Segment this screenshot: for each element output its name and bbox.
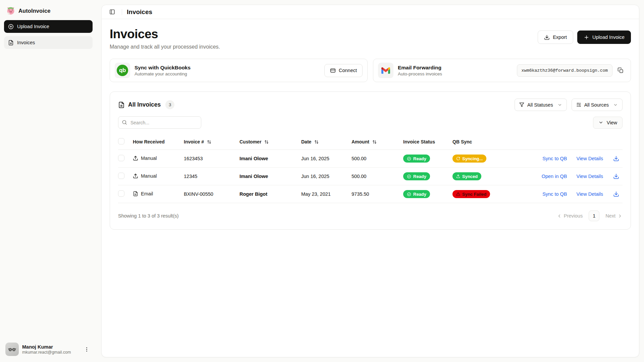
email-forwarding-card: Email Forwarding Auto-process invoices x… <box>373 59 631 82</box>
status-filter-select[interactable]: All Statuses <box>515 99 567 111</box>
table-row: Email BXINV-00550 Roger Bigot May 23, 20… <box>118 185 623 203</box>
view-label: View <box>607 120 617 125</box>
search-input[interactable] <box>118 116 201 129</box>
status-filter-value: All Statuses <box>527 102 553 108</box>
select-all-header <box>118 134 133 150</box>
sliders-icon <box>576 102 581 107</box>
user-name: Manoj Kumar <box>22 344 78 350</box>
upload-icon <box>133 156 138 161</box>
chevron-left-icon <box>557 214 562 219</box>
panel-title: All Invoices <box>128 101 161 108</box>
upload-invoice-button[interactable]: Upload Invoice <box>577 31 631 44</box>
download-invoice-button[interactable] <box>612 155 620 162</box>
customer-cell: Roger Bigot <box>239 185 301 203</box>
page-number-button[interactable]: 1 <box>589 210 599 221</box>
sort-icon <box>314 140 319 144</box>
sync-to-qb-link[interactable]: Sync to QB <box>542 191 567 197</box>
download-icon <box>613 156 619 162</box>
how-received-cell: Email <box>133 191 153 196</box>
alert-triangle-icon <box>456 192 460 196</box>
check-circle-icon <box>407 174 411 179</box>
table-row: Manual 1623453 Imani Olowe Jun 16, 2025 … <box>118 150 623 168</box>
column-customer[interactable]: Customer <box>239 134 301 150</box>
divider <box>122 9 122 15</box>
sort-icon <box>207 140 211 144</box>
open-in-qb-link[interactable]: Open in QB <box>542 174 567 179</box>
upload-icon <box>133 173 138 179</box>
amount-cell: 500.00 <box>352 168 403 185</box>
invoice-count-badge: 3 <box>165 100 174 109</box>
row-checkbox[interactable] <box>118 190 124 197</box>
glasses-icon <box>8 345 16 354</box>
previous-page-button[interactable]: Previous <box>557 213 583 219</box>
sidebar-toggle-button[interactable] <box>107 7 117 17</box>
vertical-dots-icon <box>84 347 90 352</box>
search-icon <box>122 120 127 125</box>
pagination: Previous 1 Next <box>557 210 623 221</box>
status-badge: Ready <box>403 155 430 163</box>
view-details-link[interactable]: View Details <box>576 174 603 179</box>
view-options-button[interactable]: View <box>593 117 623 129</box>
column-date[interactable]: Date <box>301 134 352 150</box>
sort-icon <box>372 140 377 144</box>
app-brand: AutoInvoice <box>4 3 93 20</box>
view-details-link[interactable]: View Details <box>576 191 603 197</box>
sidebar-item-invoices[interactable]: Invoices <box>4 36 93 49</box>
source-filter-select[interactable]: All Sources <box>572 99 623 111</box>
download-icon <box>613 191 619 197</box>
export-button[interactable]: Export <box>538 31 573 44</box>
email-forwarding-subtitle: Auto-process invoices <box>398 71 517 76</box>
check-circle-icon <box>407 157 411 161</box>
date-cell: Jun 16, 2025 <box>301 168 352 185</box>
view-details-link[interactable]: View Details <box>576 156 603 161</box>
app-name: AutoInvoice <box>18 8 51 14</box>
date-cell: Jun 16, 2025 <box>301 150 352 168</box>
qb-sync-badge: Syncing... <box>452 155 486 163</box>
export-label: Export <box>553 35 567 40</box>
amount-cell: 500.00 <box>352 150 403 168</box>
file-text-icon <box>133 191 138 196</box>
check-circle-icon <box>407 192 411 196</box>
forwarding-address: xwm6kazthz36@forward.boopsign.com <box>517 64 612 77</box>
chevron-right-icon <box>618 214 623 219</box>
panel-left-icon <box>109 9 115 15</box>
sidebar-item-upload-invoice[interactable]: Upload Invoice <box>4 20 93 33</box>
refresh-icon <box>456 157 460 161</box>
copy-address-button[interactable] <box>615 65 626 76</box>
column-actions <box>539 134 623 150</box>
credit-card-icon <box>330 68 336 73</box>
row-checkbox[interactable] <box>118 173 124 179</box>
column-amount[interactable]: Amount <box>352 134 403 150</box>
sync-to-qb-link[interactable]: Sync to QB <box>542 156 567 161</box>
user-card[interactable]: Manoj Kumar mkumar.react@gmail.com <box>4 341 93 358</box>
main-content: Invoices Invoices Manage and track all y… <box>101 5 639 357</box>
invoices-table: How Received Invoice # Customer Date Amo… <box>118 134 623 203</box>
connect-label: Connect <box>339 68 357 73</box>
qb-sync-badge: Synced <box>452 172 481 180</box>
plus-icon <box>584 35 589 40</box>
sort-icon <box>264 140 269 144</box>
how-received-cell: Manual <box>133 173 157 179</box>
email-forwarding-title: Email Forwarding <box>398 65 517 71</box>
page-title: Invoices <box>110 27 220 41</box>
sidebar-item-label: Upload Invoice <box>17 24 49 29</box>
user-menu-button[interactable] <box>82 345 91 354</box>
select-all-checkbox[interactable] <box>118 138 124 144</box>
gmail-logo-tile <box>378 63 393 78</box>
upload-invoice-label: Upload Invoice <box>592 35 625 40</box>
plus-circle-icon <box>8 24 14 29</box>
copy-icon <box>618 67 624 73</box>
connect-button[interactable]: Connect <box>324 64 363 77</box>
quickbooks-subtitle: Automate your accounting <box>135 71 324 76</box>
download-invoice-button[interactable] <box>612 173 620 180</box>
page-subtitle: Manage and track all your processed invo… <box>110 44 220 50</box>
download-icon <box>613 173 619 179</box>
column-qb-sync: QB Sync <box>452 134 539 150</box>
next-page-button[interactable]: Next <box>605 213 623 219</box>
chevron-down-icon <box>557 103 562 107</box>
gmail-icon <box>381 67 390 74</box>
row-checkbox[interactable] <box>118 155 124 161</box>
column-invoice-number[interactable]: Invoice # <box>184 134 239 150</box>
table-row: Manual 12345 Imani Olowe Jun 16, 2025 50… <box>118 168 623 185</box>
download-invoice-button[interactable] <box>612 190 620 198</box>
